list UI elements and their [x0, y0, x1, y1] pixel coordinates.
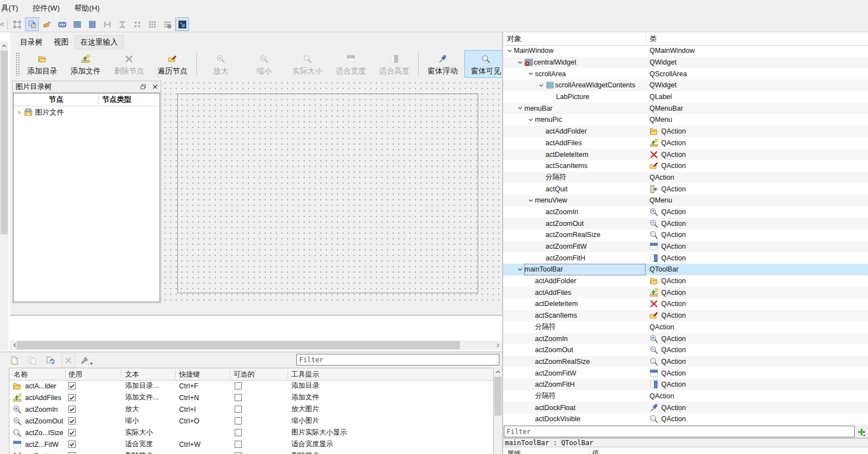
horizontal-scrollbar[interactable] [10, 340, 502, 350]
inspector-row[interactable]: actAddFolderQAction [503, 275, 868, 287]
send-backward-button[interactable] [25, 17, 39, 31]
menubar-item-1[interactable]: 控件(W) [26, 1, 67, 16]
add-property-button[interactable] [856, 426, 867, 437]
expand-arrow-icon[interactable] [527, 198, 535, 203]
col-property[interactable]: 属性 [507, 449, 521, 454]
left-vertical-scrollbar[interactable] [0, 41, 8, 351]
inspector-row[interactable]: menuPicQMenu [503, 114, 868, 126]
inspector-row[interactable]: actDeleteItemQAction [503, 298, 868, 310]
inspector-row[interactable]: mainToolBarQToolBar [503, 264, 868, 275]
break-layout-button[interactable] [160, 17, 174, 31]
inspector-row[interactable]: 分隔符QAction [503, 391, 868, 402]
action-row[interactable]: actZo...lSize实际大小图片实际大小显示 [9, 427, 493, 438]
inspector-row[interactable]: actQuitQAction [503, 183, 868, 195]
form-toolbar-scan-folder-button[interactable]: 遍历节点 [151, 50, 194, 78]
layout-splitter-h-button[interactable] [100, 17, 114, 31]
inspector-row[interactable]: actScanItemsQAction [503, 160, 868, 172]
form-toolbar-zoom-out-button[interactable]: 缩小 [242, 50, 286, 78]
menubar-item-0[interactable]: 具(T) [0, 1, 26, 16]
action-filter-input[interactable] [296, 354, 499, 366]
inspector-row[interactable]: actAddFilesQAction [503, 287, 868, 298]
form-toolbar-delete-x-button[interactable]: 删除节点 [107, 50, 151, 78]
scroll-area-widget[interactable] [177, 93, 478, 293]
inspector-row[interactable]: actZoomFitHQAction [503, 379, 868, 391]
form-toolbar-add-files-button[interactable]: 添加文件 [64, 50, 107, 78]
inspector-row[interactable]: actDockFloatQAction [503, 402, 868, 413]
form-toolbar-fit-height-button[interactable]: 适合高度 [373, 50, 416, 78]
col-class[interactable]: 类 [649, 34, 657, 44]
col-value[interactable]: 值 [592, 449, 599, 454]
inspector-row[interactable]: scrollAreaQScrollArea [503, 68, 868, 80]
inspector-row[interactable]: centralWidgetQWidget [503, 57, 868, 68]
scrollbar-thumb[interactable] [494, 377, 502, 416]
checkable-checkbox[interactable] [235, 417, 242, 425]
scroll-right-icon[interactable] [493, 340, 502, 350]
action-row[interactable]: actD...Item删除节点删除节点 [9, 450, 493, 454]
expand-arrow-icon[interactable] [516, 267, 524, 272]
property-filter-input[interactable] [504, 426, 855, 437]
form-toolbar-fit-width-button[interactable]: 适合宽度 [329, 50, 373, 78]
layout-form-button[interactable] [145, 17, 159, 31]
action-row[interactable]: actA...lder添加目录...Ctrl+F添加目录 [9, 380, 493, 392]
used-checkbox[interactable] [68, 382, 76, 389]
action-col-4[interactable]: 可选的 [234, 370, 255, 379]
checkable-checkbox[interactable] [235, 441, 242, 448]
expand-arrow-icon[interactable] [516, 106, 524, 111]
inspector-row[interactable]: actScanItemsQAction [503, 310, 868, 322]
inspector-row[interactable]: actZoomInQAction [503, 206, 868, 218]
inspector-row[interactable]: actDeleteItemQAction [503, 149, 868, 160]
inspector-row[interactable]: actZoomOutQAction [503, 344, 868, 356]
action-table-scrollbar[interactable] [494, 368, 502, 454]
checkable-checkbox[interactable] [235, 394, 242, 401]
dock-close-button[interactable] [150, 82, 160, 91]
tree-item[interactable]: 图片文件 [14, 106, 160, 119]
action-col-5[interactable]: 工具提示 [291, 370, 319, 379]
checkable-checkbox[interactable] [235, 429, 242, 436]
inspector-row[interactable]: scrollAreaWidgetContentsQWidget [503, 80, 868, 91]
edit-widgets-button[interactable] [10, 17, 24, 31]
dock-float-button[interactable] [138, 82, 148, 91]
inspector-row[interactable]: actDockVisibleQAction [503, 413, 868, 425]
form-toolbar-folder-open-button[interactable]: 添加目录 [21, 50, 64, 78]
checkable-checkbox[interactable] [235, 382, 242, 389]
inspector-row[interactable]: actZoomFitWQAction [503, 241, 868, 253]
used-checkbox[interactable] [68, 394, 76, 401]
tree-col-node[interactable]: 节点 [14, 93, 99, 106]
form-canvas[interactable]: 图片目录树 节点 节点类型 图片文件 [10, 78, 502, 303]
action-col-1[interactable]: 使用 [68, 370, 82, 379]
scroll-up-icon[interactable] [0, 41, 8, 50]
inspector-row[interactable]: actAddFilesQAction [503, 137, 868, 149]
checkable-checkbox[interactable] [235, 406, 242, 413]
action-row[interactable]: actZ...FitW适合宽度Ctrl+W适合宽度显示 [9, 438, 493, 450]
scrollbar-thumb[interactable] [17, 341, 460, 349]
new-action-button[interactable] [8, 354, 21, 367]
layout-vertical-button[interactable] [85, 17, 99, 31]
layout-horizontal-button[interactable] [70, 17, 84, 31]
scroll-up-icon[interactable] [494, 368, 502, 376]
inspector-row[interactable]: menuBarQMenuBar [503, 102, 868, 114]
edit-buddies-button[interactable] [40, 17, 54, 31]
col-object[interactable]: 对象 [507, 34, 522, 44]
used-checkbox[interactable] [68, 417, 76, 425]
layout-splitter-v-button[interactable] [115, 17, 129, 31]
edit-tab-order-button[interactable] [55, 17, 69, 31]
action-row[interactable]: actZoomOut缩小Ctrl+O缩小图片 [9, 415, 493, 427]
action-col-2[interactable]: 文本 [125, 370, 139, 379]
copy-action-button[interactable] [26, 354, 39, 367]
inspector-row[interactable]: LabPictureQLabel [503, 91, 868, 103]
form-menu-tab-0[interactable]: 目录树 [14, 36, 48, 49]
inspector-row[interactable]: MainWindowQMainWindow [503, 45, 868, 57]
form-toolbar-zoom-real-button[interactable]: 窗体可见 [464, 50, 508, 78]
form-toolbar-zoom-real-button[interactable]: 实际大小 [286, 50, 329, 78]
used-checkbox[interactable] [68, 406, 76, 413]
used-checkbox[interactable] [68, 441, 76, 448]
inspector-row[interactable]: actZoomInQAction [503, 333, 868, 344]
inspector-row[interactable]: 分隔符QAction [503, 322, 868, 333]
form-menu-tab-2[interactable]: 在这里输入 [75, 35, 125, 50]
form-menu-tab-1[interactable]: 视图 [48, 36, 75, 49]
tree-col-node-type[interactable]: 节点类型 [99, 95, 131, 105]
inspector-row[interactable]: actZoomRealSizeQAction [503, 356, 868, 368]
expand-arrow-icon[interactable] [516, 60, 524, 65]
inspector-row[interactable]: 分隔符QAction [503, 172, 868, 184]
configure-button[interactable]: ▼ [80, 354, 93, 367]
